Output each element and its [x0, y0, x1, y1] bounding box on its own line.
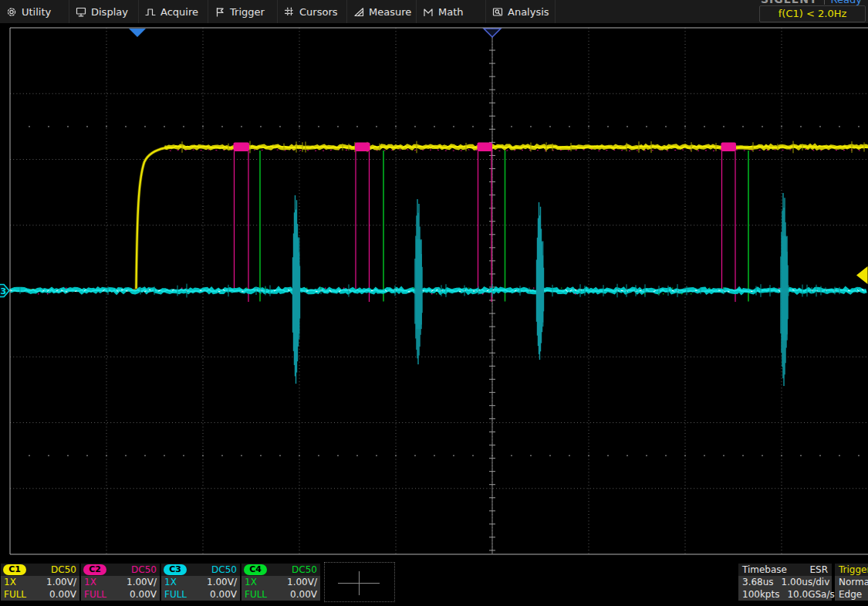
channel-box-c2[interactable]: C2DC501X1.00V/FULL0.00V [81, 564, 160, 601]
timebase-title: Timebase [742, 564, 787, 575]
timebase-mode: ESR [809, 564, 828, 575]
add-measurement-dropzone[interactable] [324, 562, 395, 602]
brand-row: SIGLENT Ready [761, 0, 862, 5]
flag-icon [214, 6, 225, 18]
menu-item-label: Measure [369, 6, 411, 18]
menu-item-label: Acquire [160, 6, 198, 18]
menu-item-utility[interactable]: Utility [0, 0, 69, 23]
channel-bandwidth: FULL [164, 589, 187, 600]
channel-offset: 0.00V [49, 589, 76, 600]
channel-scale: 1.00V/ [127, 577, 157, 587]
svg-text:3: 3 [1, 286, 7, 296]
channel-bandwidth: FULL [4, 589, 26, 600]
cursors-icon [284, 6, 295, 18]
divider [824, 0, 825, 5]
menu-item-label: Analysis [508, 6, 549, 18]
trigger-level-marker[interactable] [856, 266, 868, 284]
channel-bandwidth: FULL [84, 589, 106, 600]
timebase-scale: 1.00us/div [782, 577, 830, 587]
analysis-icon [492, 6, 503, 18]
waveform-display[interactable]: 3 [0, 0, 868, 606]
channel-badge: C1 [3, 564, 26, 575]
channel-attenuation: 1X [84, 577, 96, 587]
menu-item-label: Utility [22, 6, 51, 18]
trigger-type: Edge [839, 589, 862, 600]
timebase-samplerate: 10.0GSa/s [787, 589, 834, 600]
menu-item-trigger[interactable]: Trigger [208, 0, 278, 23]
menu-item-acquire[interactable]: Acquire [139, 0, 208, 23]
channel-scale: 1.00V/ [287, 577, 317, 587]
horizontal-center-marker[interactable] [484, 29, 501, 37]
channel-bandwidth: FULL [245, 589, 267, 600]
channel-badge: C3 [164, 564, 187, 575]
oscilloscope-screen: UtilityDisplayAcquireTriggerCursorsMeasu… [0, 0, 868, 606]
math-icon [423, 6, 434, 18]
channel-attenuation: 1X [164, 577, 177, 587]
menu-item-display[interactable]: Display [69, 0, 139, 23]
gear-icon [6, 6, 17, 18]
trigger-title: Trigger [839, 564, 868, 575]
timebase-points: 100kpts [742, 589, 779, 600]
trigger-mode: Normal [839, 577, 868, 587]
channel-box-c1[interactable]: C1DC501X1.00V/FULL0.00V [1, 564, 79, 601]
menu-item-cursors[interactable]: Cursors [278, 0, 347, 23]
trigger-panel[interactable]: Trigger Normal Edge [835, 564, 868, 601]
channel-scale: 1.00V/ [46, 577, 76, 587]
menu-bar: UtilityDisplayAcquireTriggerCursorsMeasu… [0, 0, 868, 23]
trace-c2-pulses [234, 143, 737, 303]
menu-item-math[interactable]: Math [417, 0, 486, 23]
menu-item-label: Display [91, 6, 128, 18]
descriptor-bar: C1DC501X1.00V/FULL0.00VC2DC501X1.00V/FUL… [0, 557, 868, 606]
timebase-panel[interactable]: Timebase ESR 3.68us 1.00us/div 100kpts 1… [738, 564, 832, 601]
trigger-delay-marker[interactable] [129, 29, 146, 37]
acquisition-status: Ready [831, 0, 862, 5]
menu-item-analysis[interactable]: Analysis [486, 0, 556, 23]
channel-coupling: DC50 [51, 564, 76, 575]
channel-offset: 0.00V [130, 589, 157, 600]
channel-badge: C2 [83, 564, 106, 575]
channel-offset: 0.00V [290, 589, 317, 600]
acquire-icon [145, 6, 156, 18]
menu-item-label: Trigger [230, 6, 265, 18]
traces [10, 141, 868, 386]
measure-icon [353, 6, 364, 18]
trigger-frequency-readout: f(C1) < 2.0Hz [759, 5, 866, 22]
timebase-delay: 3.68us [742, 577, 774, 587]
menu-item-label: Cursors [299, 6, 338, 18]
menu-item-measure[interactable]: Measure [347, 0, 417, 23]
trace-c4 [260, 151, 748, 302]
channel-box-c3[interactable]: C3DC501X1.00V/FULL0.00V [161, 564, 240, 601]
channel-coupling: DC50 [211, 564, 237, 575]
channel-offset: 0.00V [210, 589, 237, 600]
trace-c1 [137, 141, 868, 289]
channel-attenuation: 1X [4, 577, 16, 587]
channel-box-c4[interactable]: C4DC501X1.00V/FULL0.00V [241, 564, 320, 601]
brand-logo: SIGLENT [761, 0, 818, 5]
channel-attenuation: 1X [245, 577, 257, 587]
channel-badge: C4 [244, 564, 267, 575]
channel-scale: 1.00V/ [207, 577, 237, 587]
channel-coupling: DC50 [131, 564, 157, 575]
plus-icon [359, 571, 360, 595]
display-icon [76, 6, 86, 18]
channel3-offset-marker[interactable]: 3 [0, 285, 9, 297]
channel-coupling: DC50 [292, 564, 317, 575]
menu-item-label: Math [438, 6, 464, 18]
